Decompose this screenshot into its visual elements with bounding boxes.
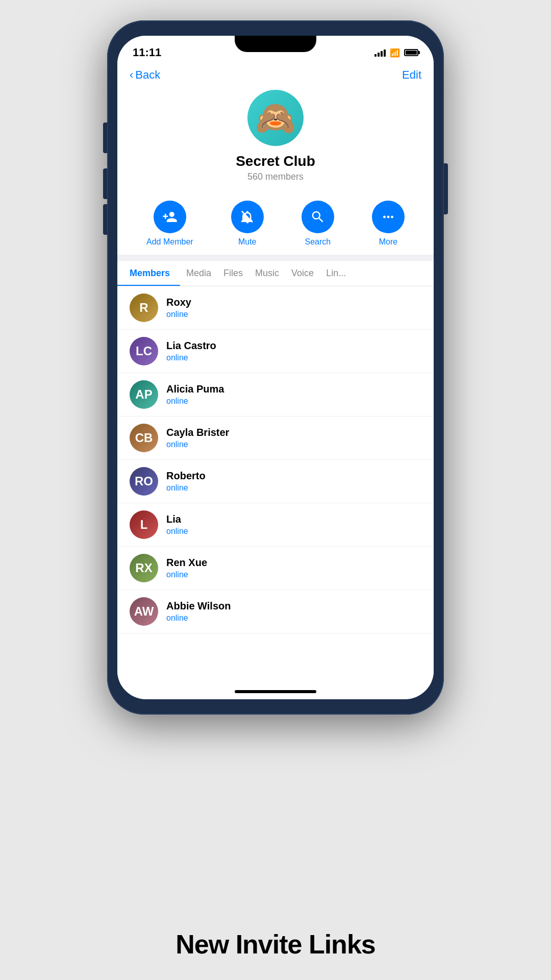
search-button[interactable]: Search — [302, 201, 334, 247]
member-avatar-alicia: AP — [130, 380, 158, 409]
tab-links[interactable]: Lin... — [320, 261, 352, 286]
member-item-alicia[interactable]: AP Alicia Puma online — [117, 373, 434, 416]
member-item-ren[interactable]: RX Ren Xue online — [117, 547, 434, 590]
member-status-ren: online — [166, 570, 207, 579]
member-avatar-cayla: CB — [130, 424, 158, 452]
member-item-cayla[interactable]: CB Cayla Brister online — [117, 416, 434, 460]
tabs-bar: Members Media Files Music Voice Lin... — [117, 261, 434, 286]
more-icon — [381, 209, 396, 225]
mute-icon — [240, 209, 255, 225]
back-label: Back — [135, 68, 160, 82]
member-avatar-roxy: R — [130, 293, 158, 322]
tab-media[interactable]: Media — [180, 261, 217, 286]
member-info-ren: Ren Xue online — [166, 557, 207, 579]
bottom-caption: New Invite Links — [176, 929, 375, 960]
more-icon-bg — [372, 201, 405, 233]
member-status-roxy: online — [166, 310, 191, 319]
section-divider — [117, 255, 434, 261]
action-buttons: Add Member Mute — [117, 192, 434, 255]
battery-fill — [406, 51, 417, 55]
edit-button[interactable]: Edit — [402, 68, 421, 82]
tab-voice[interactable]: Voice — [285, 261, 320, 286]
tab-members[interactable]: Members — [117, 261, 180, 286]
group-name: Secret Club — [236, 153, 315, 169]
add-member-icon — [162, 209, 178, 225]
member-item-roxy[interactable]: R Roxy online — [117, 286, 434, 330]
search-icon-bg — [302, 201, 334, 233]
member-name-cayla: Cayla Brister — [166, 427, 229, 438]
member-info-roxy: Roxy online — [166, 297, 191, 319]
more-button[interactable]: More — [372, 201, 405, 247]
back-chevron-icon: ‹ — [130, 68, 133, 82]
status-time: 11:11 — [133, 46, 161, 59]
home-indicator — [235, 690, 316, 693]
mute-label: Mute — [238, 237, 257, 247]
back-button[interactable]: ‹ Back — [130, 68, 160, 82]
add-member-label: Add Member — [146, 237, 193, 247]
tab-files[interactable]: Files — [217, 261, 249, 286]
member-info-cayla: Cayla Brister online — [166, 427, 229, 449]
member-item-roberto[interactable]: RO Roberto online — [117, 460, 434, 503]
tab-music[interactable]: Music — [249, 261, 285, 286]
nav-bar: ‹ Back Edit — [117, 64, 434, 86]
member-avatar-lia: L — [130, 510, 158, 539]
notch — [235, 36, 316, 52]
group-avatar-emoji: 🙈 — [255, 99, 296, 137]
member-status-roberto: online — [166, 483, 206, 493]
phone-screen: 11:11 📶 ‹ Back Edit — [117, 36, 434, 699]
status-bar: 11:11 📶 — [117, 36, 434, 64]
member-info-lia: Lia online — [166, 513, 188, 536]
more-label: More — [379, 237, 397, 247]
add-member-button[interactable]: Add Member — [146, 201, 193, 247]
member-name-lia: Lia — [166, 513, 188, 525]
member-name-roberto: Roberto — [166, 470, 206, 482]
member-info-alicia: Alicia Puma online — [166, 383, 224, 406]
member-status-cayla: online — [166, 440, 229, 449]
mute-button[interactable]: Mute — [231, 201, 264, 247]
phone-frame: 11:11 📶 ‹ Back Edit — [107, 20, 444, 715]
member-item-lia-castro[interactable]: LC Lia Castro online — [117, 330, 434, 373]
member-status-lia: online — [166, 527, 188, 536]
member-name-lia-castro: Lia Castro — [166, 340, 216, 352]
wifi-icon: 📶 — [390, 48, 400, 58]
page-wrapper: 11:11 📶 ‹ Back Edit — [0, 0, 551, 980]
group-avatar: 🙈 — [247, 90, 304, 146]
member-name-abbie: Abbie Wilson — [166, 600, 231, 612]
member-avatar-roberto: RO — [130, 467, 158, 496]
members-list: R Roxy online LC Lia Castro online AP — [117, 286, 434, 686]
member-info-abbie: Abbie Wilson online — [166, 600, 231, 623]
member-status-abbie: online — [166, 614, 231, 623]
status-icons: 📶 — [374, 48, 418, 58]
member-info-roberto: Roberto online — [166, 470, 206, 493]
add-member-icon-bg — [154, 201, 186, 233]
member-name-ren: Ren Xue — [166, 557, 207, 569]
mute-icon-bg — [231, 201, 264, 233]
member-name-alicia: Alicia Puma — [166, 383, 224, 395]
battery-icon — [404, 49, 418, 56]
search-label: Search — [305, 237, 331, 247]
member-item-abbie[interactable]: AW Abbie Wilson online — [117, 590, 434, 633]
member-avatar-ren: RX — [130, 554, 158, 582]
signal-icon — [374, 48, 386, 57]
member-info-lia-castro: Lia Castro online — [166, 340, 216, 362]
member-status-alicia: online — [166, 397, 224, 406]
group-members-count: 560 members — [247, 172, 304, 182]
member-avatar-abbie: AW — [130, 597, 158, 626]
member-status-lia-castro: online — [166, 353, 216, 362]
member-item-lia[interactable]: L Lia online — [117, 503, 434, 547]
member-name-roxy: Roxy — [166, 297, 191, 308]
group-header: 🙈 Secret Club 560 members — [117, 86, 434, 192]
member-avatar-lia-castro: LC — [130, 337, 158, 365]
search-icon — [310, 209, 325, 225]
